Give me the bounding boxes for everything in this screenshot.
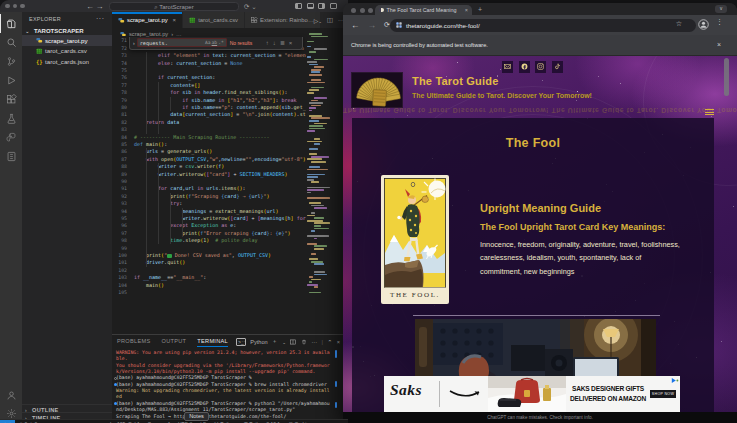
explorer-header: EXPLORER <box>29 16 61 22</box>
site-info-icon[interactable] <box>396 22 402 28</box>
minimap-line <box>311 117 329 119</box>
toggle-sidebar-icon[interactable] <box>295 3 302 9</box>
tab-close-icon[interactable]: × <box>173 17 177 23</box>
explorer-activity-icon[interactable] <box>0 14 22 33</box>
file-tarot_cards.json[interactable]: {}tarot_cards.json <box>22 56 112 67</box>
shop-now-button[interactable]: SHOP NOW <box>650 390 676 398</box>
split-terminal-icon[interactable] <box>290 339 296 346</box>
terminal-panel: PROBLEMSOUTPUTTERMINAL··· >_ Python ＋ ⌄ … <box>112 334 348 419</box>
instagram-icon[interactable] <box>535 61 546 73</box>
minimap-line <box>307 284 318 286</box>
find-previous-icon[interactable]: ↑ <box>266 40 269 46</box>
reload-icon[interactable]: ⟳ <box>384 21 390 29</box>
run-python-icon[interactable]: ▷⌄ <box>314 17 322 24</box>
search-activity-icon[interactable] <box>0 33 22 52</box>
python-activity-icon[interactable] <box>0 128 22 147</box>
minimap-line <box>311 87 324 89</box>
panel-tab-terminal[interactable]: TERMINAL <box>197 338 228 347</box>
browser-tab[interactable]: The Fool Tarot Card Meaning × <box>375 5 472 15</box>
file-tarot_cards.csv[interactable]: tarot_cards.csv <box>22 46 112 57</box>
terminal-shell-label[interactable]: Python <box>250 339 267 345</box>
page-scrollbar-thumb[interactable] <box>724 58 729 96</box>
new-terminal-icon[interactable]: ＋ <box>272 338 278 346</box>
terminal[interactable]: WARNING: You are using pip version 21.2.… <box>113 349 341 420</box>
site-title[interactable]: The Tarot Guide <box>412 75 499 87</box>
regex-icon[interactable]: .* <box>218 40 224 45</box>
back-icon[interactable]: ← <box>86 2 94 11</box>
remote-indicator[interactable]: >< <box>0 420 15 423</box>
file-scrape_tarot.py[interactable]: scrape_tarot.py <box>22 35 112 46</box>
editor-tab-tarot-cards-csv[interactable]: tarot_cards.csv <box>183 12 245 28</box>
starfield <box>343 56 344 57</box>
command-center-search[interactable]: ⌕ TarotScraper <box>109 2 239 12</box>
tarot-card-image[interactable]: THE FOOL. <box>381 175 449 304</box>
forward-icon[interactable]: → <box>368 20 377 30</box>
code-editor[interactable]: 717273 elif "element" in text: current_s… <box>112 37 306 346</box>
sidebar-section-outline[interactable]: ›OUTLINE <box>22 404 112 412</box>
bookmark-star-icon[interactable]: ☆ <box>676 20 682 28</box>
close-panel-icon[interactable]: × <box>337 339 340 345</box>
kill-terminal-icon[interactable] <box>301 339 307 346</box>
layout-refresh-icon[interactable]: ⟳ ⌄ <box>244 3 257 11</box>
site-logo[interactable] <box>351 72 403 108</box>
whole-word-icon[interactable]: ab <box>212 40 218 45</box>
extensions-activity-icon[interactable] <box>0 90 22 109</box>
tab-close-icon[interactable]: × <box>465 7 468 13</box>
layout-controls <box>295 3 339 10</box>
minimap-line <box>314 143 320 145</box>
zoom-traffic-light[interactable] <box>20 4 25 9</box>
close-traffic-light[interactable] <box>5 4 10 9</box>
panel-more-icon[interactable]: ··· <box>311 339 317 345</box>
code-line-78: 78 for sib in header.find_next_siblings(… <box>112 89 306 96</box>
zoom-traffic-light[interactable] <box>368 8 373 13</box>
menu-hamburger-icon[interactable] <box>705 109 714 115</box>
toggle-secondary-sidebar-icon[interactable] <box>318 3 325 9</box>
find-close-icon[interactable]: × <box>289 40 293 46</box>
minimap-line <box>309 258 317 260</box>
code-line-73: 73 elif "element" in text: current_secti… <box>112 52 306 59</box>
address-bar[interactable]: thetarotguide.com/the-fool/ <box>390 19 696 32</box>
forward-icon[interactable]: → <box>96 2 104 11</box>
file-label: tarot_cards.csv <box>45 47 87 54</box>
panel-tab-output[interactable]: OUTPUT <box>162 338 187 347</box>
terminal-dropdown-icon[interactable]: ⌄ <box>282 340 286 345</box>
maximize-panel-icon[interactable]: ⌃ <box>328 339 333 345</box>
run-debug-activity-icon[interactable] <box>0 71 22 90</box>
find-next-icon[interactable]: ↓ <box>273 40 276 46</box>
infobar-text: Chrome is being controlled by automated … <box>351 42 488 48</box>
star-decoration <box>598 76 599 77</box>
explorer-more-icon[interactable]: ··· <box>96 15 105 22</box>
back-icon[interactable]: ← <box>351 20 360 30</box>
find-input[interactable]: requests. Aa ab .* <box>137 38 227 47</box>
notebook-activity-icon[interactable] <box>0 147 22 166</box>
testing-activity-icon[interactable] <box>0 109 22 128</box>
match-case-icon[interactable]: Aa <box>205 40 211 45</box>
code-line-82: 82 return data <box>112 119 306 126</box>
profile-avatar-icon[interactable] <box>698 19 709 30</box>
infobar-close-icon[interactable]: × <box>717 41 721 48</box>
close-traffic-light[interactable] <box>351 8 356 13</box>
account-icon[interactable] <box>0 386 22 405</box>
minimize-traffic-light[interactable] <box>360 8 365 13</box>
toggle-panel-icon[interactable] <box>307 3 314 9</box>
editor-tab-scrape-tarot-py[interactable]: scrape_tarot.py× <box>112 12 183 28</box>
adchoices-icon[interactable] <box>671 377 679 384</box>
customize-layout-icon[interactable] <box>330 3 337 9</box>
tab-search-button[interactable]: ∨ <box>715 5 727 13</box>
minimap[interactable] <box>306 33 332 305</box>
tiktok-icon[interactable] <box>552 61 563 73</box>
editor-tab-extension-rainbo-[interactable]: Extension: Rainbo… <box>245 12 321 28</box>
facebook-icon[interactable] <box>519 61 530 73</box>
ad-banner[interactable]: Saks <box>384 376 680 412</box>
minimap-line <box>309 128 325 130</box>
find-in-selection-icon[interactable]: ≣ <box>280 39 285 46</box>
find-expand-icon[interactable]: › <box>133 40 135 46</box>
source-control-activity-icon[interactable] <box>0 52 22 71</box>
panel-tab-problems[interactable]: PROBLEMS <box>117 338 151 347</box>
minimize-traffic-light[interactable] <box>13 4 18 9</box>
split-editor-icon[interactable]: ◫ <box>327 16 333 24</box>
screenshot: ← → ⌕ TarotScraper ⟳ ⌄ EXPLORER ··· ⌄TAR… <box>0 0 737 423</box>
chrome-menu-icon[interactable]: ⋮ <box>716 18 723 26</box>
email-icon[interactable] <box>502 61 513 73</box>
new-tab-button[interactable]: + <box>478 6 482 14</box>
